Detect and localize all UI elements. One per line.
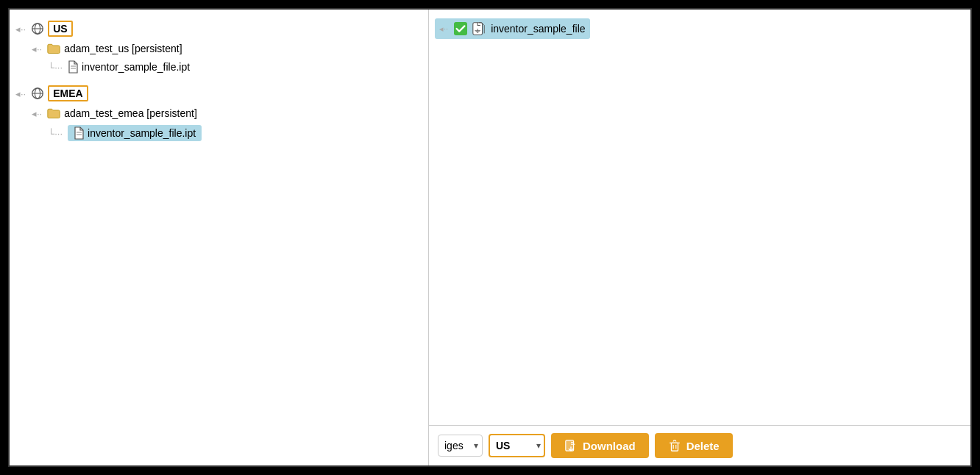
globe-icon-emea	[31, 87, 44, 100]
left-panel: ◂·· US ◂·· adam_test_us [persistent] └··…	[10, 10, 429, 465]
right-connector: ◂··	[439, 25, 448, 33]
emea-folder-label[interactable]: adam_test_emea [persistent]	[64, 107, 197, 119]
tree-connector-emea: ◂··	[15, 89, 26, 99]
tree-connector-us: ◂··	[15, 24, 26, 34]
check-icon	[454, 22, 467, 35]
download-button[interactable]: Download	[551, 433, 649, 458]
emea-label[interactable]: EMEA	[48, 85, 88, 101]
region-select-wrapper[interactable]: US EMEA	[489, 434, 545, 457]
tree-connector-emea-file: └···	[48, 129, 63, 138]
us-folder-label[interactable]: adam_test_us [persistent]	[64, 43, 182, 54]
right-file-row[interactable]: ◂·· inventor_sample_file	[435, 18, 590, 39]
download-btn-icon	[564, 439, 578, 452]
globe-icon-us	[31, 22, 44, 35]
folder-icon-emea	[47, 107, 60, 119]
emea-file-row[interactable]: inventor_sample_file.ipt	[68, 125, 202, 141]
us-file-label[interactable]: inventor_sample_file.ipt	[82, 61, 190, 73]
format-select-wrapper[interactable]: iges step stl	[438, 435, 483, 457]
tree-connector-us-folder: ◂··	[32, 44, 42, 54]
tree-connector-emea-folder: ◂··	[32, 109, 42, 118]
folder-icon-us	[47, 43, 60, 54]
right-footer: iges step stl US EMEA	[429, 425, 970, 465]
delete-btn-icon	[668, 439, 681, 452]
download-label: Download	[583, 440, 636, 452]
file-icon-emea	[74, 126, 84, 140]
right-content: ◂·· inventor_sample_file	[429, 10, 970, 425]
region-select[interactable]: US EMEA	[489, 434, 545, 457]
tree-connector-us-file: └···	[48, 63, 63, 72]
delete-button[interactable]: Delete	[655, 433, 733, 458]
download-file-icon	[472, 21, 486, 36]
emea-file-label: inventor_sample_file.ipt	[88, 127, 196, 139]
right-panel: ◂·· inventor_sample_file	[429, 10, 970, 465]
format-select[interactable]: iges step stl	[438, 435, 483, 457]
file-icon-us	[68, 60, 78, 74]
svg-rect-17	[671, 443, 678, 451]
delete-label: Delete	[686, 440, 720, 452]
right-file-name: inventor_sample_file	[491, 23, 585, 35]
us-label[interactable]: US	[48, 21, 72, 37]
